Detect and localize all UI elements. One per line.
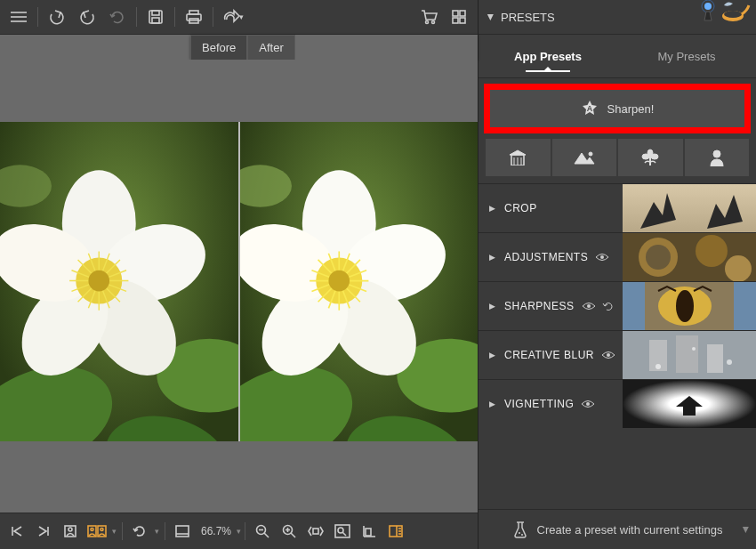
share-button[interactable]: ▾: [217, 2, 247, 32]
save-button[interactable]: [141, 2, 171, 32]
category-portrait[interactable]: [685, 139, 750, 176]
bottom-toolbar: ▾ ▾ 66.7% ▾: [0, 513, 478, 549]
collapse-icon: ▶: [487, 14, 495, 20]
auto-icon: A: [581, 100, 599, 117]
creative-blur-thumb: [623, 331, 756, 379]
visibility-icon[interactable]: [581, 400, 595, 408]
actual-pixels-button[interactable]: [329, 518, 356, 545]
grid-view-button[interactable]: [444, 2, 474, 32]
svg-rect-13: [453, 18, 458, 23]
svg-point-42: [88, 270, 109, 292]
svg-rect-7: [189, 11, 198, 14]
zoom-value[interactable]: 66.7%: [201, 525, 231, 537]
category-architecture[interactable]: [486, 139, 551, 176]
adjustments-thumb: [623, 233, 756, 281]
redo-button[interactable]: [72, 2, 102, 32]
svg-rect-14: [460, 18, 465, 23]
svg-point-128: [676, 290, 694, 322]
zoom-out-button[interactable]: [249, 518, 276, 545]
presets-header[interactable]: ▶ PRESETS: [479, 0, 756, 34]
svg-marker-107: [510, 150, 526, 155]
svg-point-78: [101, 529, 103, 531]
section-adjustments[interactable]: ▶ ADJUSTMENTS: [479, 232, 756, 281]
svg-point-74: [68, 528, 72, 531]
single-view-button[interactable]: [57, 518, 84, 545]
svg-point-9: [426, 21, 429, 24]
svg-point-103: [724, 11, 742, 18]
tab-before[interactable]: Before: [190, 35, 247, 60]
image-compare-view: [0, 60, 478, 513]
svg-rect-134: [676, 335, 698, 373]
expand-icon: ▶: [489, 351, 495, 359]
histogram-button[interactable]: [356, 518, 382, 545]
fit-screen-button[interactable]: [169, 518, 196, 545]
highlighted-action: A Sharpen!: [484, 84, 751, 133]
category-macro[interactable]: [618, 139, 683, 176]
svg-point-122: [646, 245, 671, 270]
fit-width-button[interactable]: [302, 518, 329, 545]
sharpen-label: Sharpen!: [607, 102, 655, 116]
svg-rect-129: [623, 282, 645, 330]
svg-rect-94: [366, 529, 371, 536]
next-button[interactable]: [30, 518, 57, 545]
svg-rect-79: [176, 526, 189, 537]
svg-point-144: [521, 534, 523, 536]
svg-point-136: [655, 364, 661, 369]
reset-icon[interactable]: [601, 300, 615, 312]
svg-line-91: [342, 532, 346, 536]
svg-point-125: [587, 304, 591, 308]
app-logo: [699, 0, 751, 23]
cart-button[interactable]: [414, 2, 444, 32]
expand-icon: ▶: [489, 253, 495, 262]
category-landscape[interactable]: [552, 139, 617, 176]
undo-button[interactable]: [42, 2, 72, 32]
compare-view-button[interactable]: [84, 518, 110, 545]
svg-point-115: [651, 154, 658, 159]
svg-point-114: [642, 154, 649, 159]
create-preset-label: Create a preset with current settings: [537, 523, 723, 537]
svg-text:A: A: [586, 104, 592, 113]
svg-point-112: [589, 152, 592, 156]
zoom-in-button[interactable]: [276, 518, 302, 545]
presets-title: PRESETS: [501, 11, 555, 24]
svg-point-70: [328, 270, 350, 292]
section-sharpness[interactable]: ▶ SHARPNESS: [479, 281, 756, 330]
svg-rect-3: [149, 11, 162, 23]
visibility-icon[interactable]: [601, 351, 615, 359]
section-vignetting[interactable]: ▶ VIGNETTING: [479, 379, 756, 428]
tab-app-presets[interactable]: App Presets: [479, 35, 617, 77]
vignetting-thumb: [623, 380, 756, 428]
svg-point-123: [696, 235, 728, 267]
print-button[interactable]: [179, 2, 209, 32]
chevron-icon: ▶: [742, 527, 751, 533]
svg-line-85: [291, 533, 295, 537]
expand-icon: ▶: [489, 302, 495, 311]
section-crop[interactable]: ▶ CROP: [479, 183, 756, 232]
svg-point-138: [727, 359, 732, 365]
prev-button[interactable]: [4, 518, 30, 545]
flask-icon: [512, 521, 528, 538]
tab-my-presets[interactable]: My Presets: [617, 35, 756, 77]
svg-rect-5: [152, 18, 159, 23]
sharpness-thumb: [623, 282, 756, 330]
sharpen-button[interactable]: A Sharpen!: [490, 90, 744, 127]
menu-button[interactable]: [4, 2, 34, 32]
svg-point-100: [704, 3, 712, 10]
svg-point-117: [713, 150, 720, 157]
crop-thumb: [623, 184, 756, 232]
svg-rect-135: [707, 344, 723, 373]
visibility-icon[interactable]: [595, 253, 609, 262]
info-panel-button[interactable]: [382, 518, 409, 545]
svg-rect-4: [152, 11, 159, 15]
tab-after[interactable]: After: [247, 35, 294, 60]
history-button[interactable]: [102, 2, 133, 32]
create-preset-button[interactable]: Create a preset with current settings ▶: [479, 509, 756, 549]
visibility-icon[interactable]: [582, 302, 596, 311]
svg-point-137: [692, 347, 696, 351]
svg-point-124: [725, 255, 752, 281]
svg-point-139: [586, 402, 590, 406]
svg-rect-88: [313, 529, 318, 534]
section-creative-blur[interactable]: ▶ CREATIVE BLUR: [479, 330, 756, 379]
rotate-button[interactable]: [126, 518, 153, 545]
expand-icon: ▶: [489, 204, 495, 213]
